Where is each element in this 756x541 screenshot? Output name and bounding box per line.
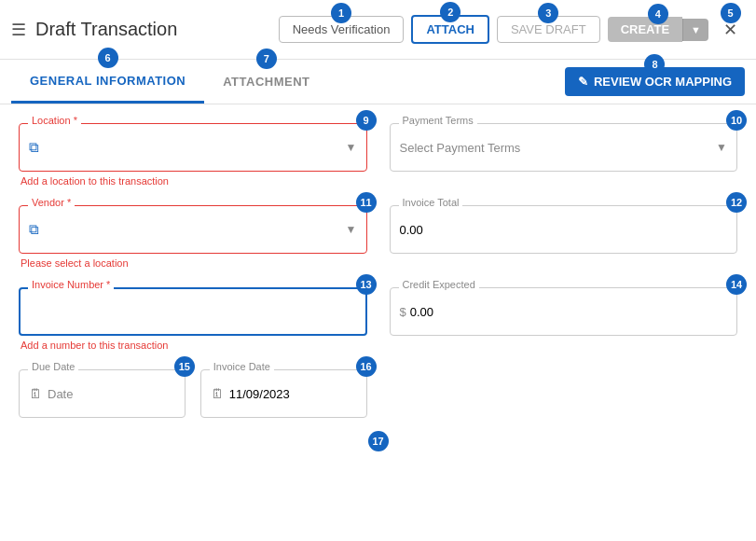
save-draft-wrap: 3 SAVE DRAFT — [497, 16, 600, 43]
review-ocr-button[interactable]: ✎ REVIEW OCR MAPPING — [565, 67, 745, 96]
collapse-badge-wrap: 17 ⌃ — [372, 444, 384, 462]
collapse-button[interactable]: ⌃ — [372, 444, 384, 462]
vendor-link-icon: ⧉ — [29, 221, 39, 238]
location-dropdown-arrow: ▼ — [346, 141, 357, 154]
payment-terms-field[interactable]: Select Payment Terms ▼ — [390, 123, 738, 172]
due-date-placeholder: Date — [48, 387, 73, 401]
vendor-hint: Please select a location — [19, 257, 367, 269]
close-button[interactable]: ✕ — [716, 16, 745, 44]
invoice-date-group: 16 Invoice Date 🗓 11/09/2023 — [200, 369, 367, 418]
due-date-group: 15 Due Date 🗓 Date — [19, 369, 186, 418]
location-field[interactable]: ⧉ ▼ — [19, 123, 367, 172]
header: ☰ Draft Transaction 1 Needs Verification… — [0, 0, 756, 60]
location-group: 9 Location * ⧉ ▼ Add a location to this … — [19, 123, 367, 187]
tab-general-information[interactable]: GENERAL INFORMATION — [11, 61, 204, 104]
location-hint: Add a location to this transaction — [19, 175, 367, 187]
invoice-number-label: Invoice Number * — [28, 279, 114, 290]
invoice-date-label: Invoice Date — [210, 361, 274, 372]
tabs-bar: 6 GENERAL INFORMATION 7 ATTACHMENT 8 ✎ R… — [0, 60, 756, 104]
due-date-field[interactable]: 🗓 Date — [19, 369, 186, 418]
review-ocr-icon: ✎ — [578, 75, 588, 89]
invoice-date-field[interactable]: 🗓 11/09/2023 — [200, 369, 367, 418]
credit-expected-value: 0.00 — [410, 305, 433, 319]
invoice-total-label: Invoice Total — [399, 197, 463, 208]
payment-terms-label: Payment Terms — [399, 115, 477, 126]
payment-terms-dropdown-arrow: ▼ — [716, 141, 727, 154]
credit-expected-group: 14 Credit Expected $ 0.00 — [390, 287, 738, 351]
date-row: 15 Due Date 🗓 Date 16 Invoice Date 🗓 11/… — [19, 369, 367, 418]
credit-expected-field[interactable]: $ 0.00 — [390, 287, 738, 336]
invoice-number-input[interactable] — [30, 305, 332, 319]
review-ocr-label: REVIEW OCR MAPPING — [594, 75, 732, 89]
payment-terms-group: 10 Payment Terms Select Payment Terms ▼ — [390, 123, 738, 187]
due-date-icon: 🗓 — [29, 386, 42, 401]
save-draft-button[interactable]: SAVE DRAFT — [497, 16, 600, 43]
create-button[interactable]: CREATE — [608, 17, 682, 42]
date-row-right-placeholder — [390, 369, 738, 418]
needs-verification-wrap: 1 Needs Verification — [279, 16, 405, 43]
attach-wrap: 2 ATTACH — [411, 15, 489, 44]
vendor-field[interactable]: ⧉ ▼ — [19, 205, 367, 254]
credit-expected-label: Credit Expected — [399, 279, 479, 290]
tab-general-wrap: 6 GENERAL INFORMATION — [11, 61, 204, 104]
review-ocr-wrap: 8 ✎ REVIEW OCR MAPPING — [565, 67, 745, 96]
credit-dollar-symbol: $ — [400, 305, 406, 319]
close-wrap: 5 ✕ — [716, 16, 745, 44]
collapse-row: 17 ⌃ — [19, 437, 737, 462]
form-content: 9 Location * ⧉ ▼ Add a location to this … — [0, 104, 756, 480]
vendor-dropdown-arrow: ▼ — [346, 223, 357, 236]
create-wrap: 4 CREATE▼ — [608, 17, 708, 42]
create-dropdown-button[interactable]: ▼ — [682, 19, 708, 41]
invoice-number-field[interactable] — [19, 287, 367, 336]
tab-attachment-wrap: 7 ATTACHMENT — [204, 62, 328, 102]
menu-icon[interactable]: ☰ — [11, 20, 26, 40]
invoice-total-group: 12 Invoice Total 0.00 — [390, 205, 738, 269]
invoice-number-group: 13 Invoice Number * Add a number to this… — [19, 287, 367, 351]
vendor-group: 11 Vendor * ⧉ ▼ Please select a location — [19, 205, 367, 269]
due-date-label: Due Date — [28, 361, 78, 372]
attach-button[interactable]: ATTACH — [411, 15, 489, 44]
vendor-label: Vendor * — [28, 197, 75, 208]
payment-terms-placeholder: Select Payment Terms — [400, 141, 521, 155]
location-label: Location * — [28, 115, 81, 126]
location-link-icon: ⧉ — [29, 139, 39, 156]
tab-attachment[interactable]: ATTACHMENT — [204, 62, 328, 102]
invoice-date-value: 11/09/2023 — [229, 387, 290, 401]
invoice-total-value: 0.00 — [400, 223, 423, 237]
invoice-number-hint: Add a number to this transaction — [19, 340, 367, 351]
needs-verification-button[interactable]: Needs Verification — [279, 16, 405, 43]
invoice-total-field: 0.00 — [390, 205, 738, 254]
header-actions: 1 Needs Verification 2 ATTACH 3 SAVE DRA… — [279, 15, 745, 44]
page-title: Draft Transaction — [35, 19, 177, 40]
invoice-date-icon: 🗓 — [211, 386, 224, 401]
